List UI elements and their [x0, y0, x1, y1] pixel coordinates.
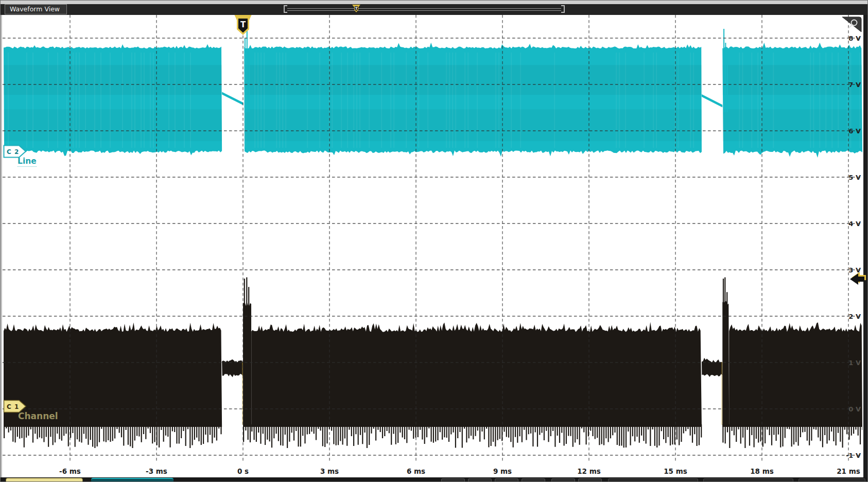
time-tick-label: 15 ms [664, 467, 687, 475]
bottom-bar-button[interactable] [468, 478, 492, 482]
bottom-bar-button[interactable] [522, 478, 545, 482]
bottom-badge-yellow[interactable] [6, 478, 83, 482]
c1-comb [4, 424, 222, 448]
voltage-tick-label: 4 V [848, 220, 861, 228]
c2-channel-name[interactable]: Line [18, 157, 37, 167]
voltage-tick-label: 8 V [848, 35, 861, 42]
waveform-view-window: Waveform View T 8 V7 V6 V5 V4 V3 V2 V1 V… [0, 0, 868, 482]
magnifier-handle [849, 25, 852, 28]
trigger-position-slider-icon[interactable]: T [352, 4, 361, 14]
window-chrome-strip [1, 1, 868, 4]
bottom-bar-panel[interactable] [608, 478, 698, 482]
c2-line-trace[interactable] [4, 29, 862, 158]
c2-band-shade [244, 65, 702, 95]
voltage-tick-label: 0 V [848, 405, 861, 413]
bottom-bar-button[interactable] [578, 478, 602, 482]
bottom-bar-button[interactable] [441, 478, 465, 482]
time-tick-label: 9 ms [493, 467, 512, 475]
bottom-badge-bar [1, 477, 868, 482]
slider-left-bracket[interactable] [284, 5, 287, 13]
trigger-marker-letter: T [240, 20, 246, 29]
plot-left-edge [1, 14, 2, 477]
c1-comb [251, 424, 702, 448]
c1-badge-label: C 1 [7, 403, 19, 410]
graticule: 8 V7 V6 V5 V4 V3 V2 V1 V0 V-1 V-6 ms-3 m… [1, 1, 868, 482]
voltage-tick-label: 7 V [848, 81, 861, 89]
c2-band-shade [4, 65, 222, 95]
time-tick-label: -6 ms [59, 467, 81, 475]
plot-right-border [863, 14, 868, 482]
time-tick-label: 3 ms [320, 467, 339, 475]
voltage-tick-label: 5 V [848, 174, 861, 181]
c2-band-shade [244, 109, 702, 141]
c2-dropout-ramp [222, 92, 243, 105]
view-title-tab: Waveform View [5, 4, 67, 14]
trigger-slider-letter: T [355, 6, 358, 11]
time-tick-label: 0 s [237, 467, 249, 475]
titlebar: Waveform View T [1, 4, 868, 15]
voltage-tick-label: -1 V [846, 452, 861, 459]
c1-band [251, 322, 702, 427]
c1-band [729, 322, 862, 427]
c1-dropout-band [702, 358, 722, 377]
time-tick-label: 21 ms [837, 467, 860, 475]
voltage-tick-label: 2 V [848, 313, 861, 320]
page-title: Waveform View [10, 5, 60, 13]
time-tick-label: 18 ms [750, 467, 774, 475]
c1-comb [243, 424, 251, 442]
bottom-bar-panel[interactable] [703, 478, 793, 482]
c2-band-shade [722, 109, 862, 141]
time-tick-label: -3 ms [146, 467, 167, 475]
trigger-position-marker[interactable]: T [233, 14, 253, 37]
c1-comb [729, 424, 863, 448]
c1-glitch-burst [722, 301, 729, 427]
zoom-box-corner-icon[interactable] [841, 16, 862, 33]
voltage-tick-label: 1 V [848, 359, 861, 367]
c1-dropout-band [222, 359, 244, 377]
bottom-bar-panel[interactable] [798, 478, 865, 482]
bottom-badge-teal[interactable] [91, 478, 173, 482]
slider-right-bracket[interactable] [561, 5, 565, 13]
time-tick-label: 6 ms [407, 467, 425, 475]
c2-band-shade [722, 65, 862, 95]
c1-channel-name[interactable]: Channel [18, 411, 58, 421]
trigger-level-arrow[interactable] [848, 271, 866, 287]
slider-track-line[interactable] [287, 8, 561, 9]
c2-dropout-ramp [702, 94, 722, 108]
c1-burst-spikes [723, 277, 727, 316]
c1-glitch-burst [243, 303, 251, 427]
voltage-tick-label: 6 V [848, 127, 861, 135]
c1-comb [722, 424, 728, 443]
bottom-bar-button[interactable] [551, 478, 575, 482]
time-tick-label: 12 ms [577, 467, 601, 475]
c2-badge-label: C 2 [7, 148, 19, 156]
bottom-bar-button[interactable] [495, 478, 518, 482]
c2-band-shade [4, 109, 222, 141]
slider-track-line[interactable] [287, 10, 561, 11]
